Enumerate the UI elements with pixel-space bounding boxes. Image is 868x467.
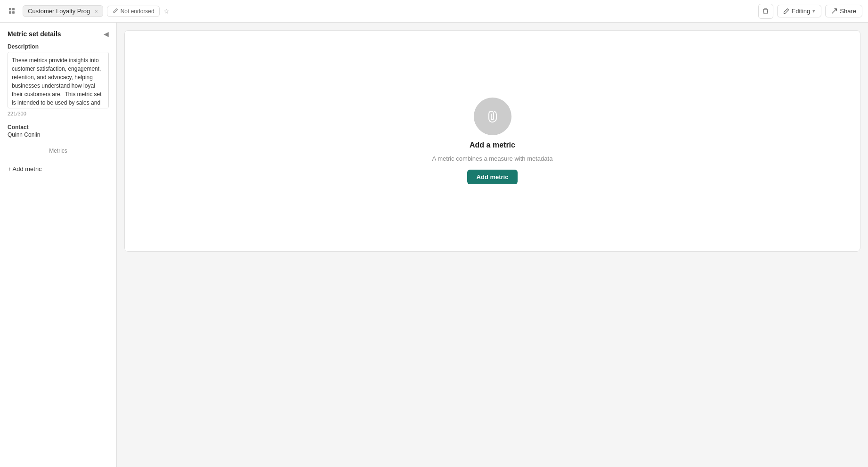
chevron-down-icon: ▾ — [812, 8, 815, 14]
add-metric-link-label: + Add metric — [8, 165, 42, 172]
document-tab[interactable]: Customer Loyalty Prog × — [23, 5, 103, 17]
svg-rect-2 — [9, 11, 11, 14]
navbar-left: Customer Loyalty Prog × Not endorsed ☆ — [6, 5, 754, 18]
grid-icon[interactable] — [6, 5, 19, 18]
description-textarea[interactable]: These metrics provide insights into cust… — [8, 52, 109, 108]
navbar-right: Editing ▾ Share — [758, 4, 862, 19]
share-label: Share — [840, 8, 856, 15]
svg-rect-3 — [12, 11, 15, 14]
share-button[interactable]: Share — [825, 5, 862, 17]
trash-icon — [762, 8, 769, 15]
collapse-icon[interactable]: ◀ — [104, 30, 109, 38]
contact-section: Contact Quinn Conlin — [8, 122, 109, 138]
delete-button[interactable] — [758, 4, 773, 19]
empty-state: Add a metric A metric combines a measure… — [432, 98, 553, 184]
char-count: 221/300 — [8, 111, 109, 116]
share-icon — [831, 8, 837, 14]
contact-label: Contact — [8, 124, 109, 131]
navbar: Customer Loyalty Prog × Not endorsed ☆ E… — [0, 0, 868, 23]
empty-state-subtitle: A metric combines a measure with metadat… — [432, 155, 553, 162]
content-area: Add a metric A metric combines a measure… — [117, 23, 868, 467]
editing-pencil-icon — [783, 8, 789, 14]
svg-rect-1 — [12, 8, 15, 10]
description-section: Description These metrics provide insigh… — [8, 43, 109, 116]
paperclip-icon — [484, 108, 501, 125]
contact-name: Quinn Conlin — [8, 131, 109, 138]
sidebar-title: Metric set details — [8, 30, 61, 38]
sidebar: Metric set details ◀ Description These m… — [0, 23, 117, 467]
svg-rect-0 — [9, 8, 11, 10]
add-metric-button[interactable]: Add metric — [467, 170, 518, 184]
empty-state-icon-circle — [474, 98, 511, 135]
metrics-divider-label: Metrics — [45, 147, 71, 154]
main-content: Metric set details ◀ Description These m… — [0, 23, 868, 467]
document-title: Customer Loyalty Prog — [28, 8, 90, 15]
empty-state-title: Add a metric — [470, 141, 515, 149]
sidebar-header: Metric set details ◀ — [8, 30, 109, 38]
tab-close-icon[interactable]: × — [95, 8, 97, 14]
metric-panel: Add a metric A metric combines a measure… — [124, 30, 860, 252]
pencil-icon — [112, 8, 118, 14]
metrics-divider: Metrics — [8, 147, 109, 154]
description-label: Description — [8, 43, 109, 50]
editing-button[interactable]: Editing ▾ — [777, 5, 822, 17]
not-endorsed-label: Not endorsed — [121, 8, 154, 15]
sidebar-add-metric-link[interactable]: + Add metric — [8, 164, 109, 174]
star-icon[interactable]: ☆ — [163, 8, 170, 15]
editing-label: Editing — [792, 8, 811, 15]
endorsement-badge[interactable]: Not endorsed — [107, 6, 160, 17]
